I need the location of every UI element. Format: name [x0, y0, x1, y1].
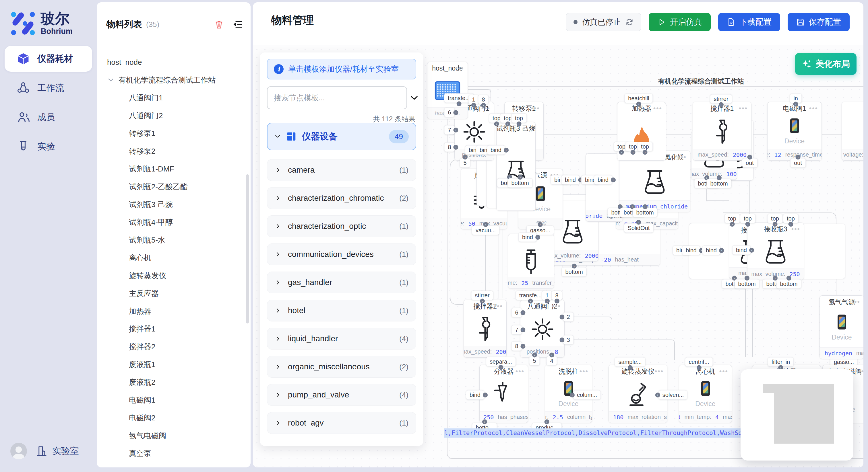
refresh-icon[interactable] [625, 18, 633, 26]
port-connector-icon[interactable]: › [559, 314, 564, 319]
node-menu-icon[interactable]: ••• [523, 122, 532, 135]
port-pill-bind[interactable]: bind› [518, 233, 537, 242]
port-pill-out[interactable]: out› [742, 158, 757, 168]
port-connector-icon[interactable]: › [517, 122, 522, 127]
canvas-node-搅拌器2[interactable]: 搅拌器2•••max_speed:2000 [464, 300, 507, 358]
chevron-down-icon[interactable] [107, 76, 115, 84]
port-connector-icon[interactable]: › [483, 222, 488, 227]
canvas-node[interactable]: nax_volume:25transfer_rate:10 [508, 234, 554, 289]
tree-item[interactable]: 试剂瓶5-水 [97, 231, 247, 249]
port-pill-heatchill[interactable]: heatchill› [624, 94, 653, 103]
node-menu-icon[interactable]: ••• [856, 365, 863, 378]
port-pill-7[interactable]: 7› [444, 125, 455, 135]
port-connector-icon[interactable]: › [481, 103, 486, 108]
port-pill-5[interactable]: 5› [529, 356, 539, 366]
node-menu-icon[interactable]: ••• [653, 102, 662, 115]
port-pill-top[interactable]: top› [740, 214, 755, 224]
port-pill-top[interactable]: top› [767, 214, 783, 224]
sidebar-item-experiment[interactable]: 实验 [5, 134, 92, 160]
port-connector-icon[interactable]: › [631, 150, 636, 155]
port-pill-sample[interactable]: sample...› [615, 357, 645, 367]
port-pill-bind[interactable]: bind› [594, 175, 612, 185]
port-pill-top[interactable]: top› [724, 214, 740, 224]
tree-item[interactable]: host_node [97, 53, 247, 71]
port-connector-icon[interactable]: › [479, 299, 485, 304]
port-pill-stirrer[interactable]: stirrer› [710, 94, 732, 104]
port-connector-icon[interactable]: › [549, 353, 554, 358]
port-pill-solven[interactable]: solven...› [659, 390, 687, 400]
port-pill-transfe[interactable]: transfe...› [516, 291, 546, 300]
node-menu-icon[interactable]: ••• [494, 300, 503, 312]
port-connector-icon[interactable]: › [518, 175, 523, 180]
port-connector-icon[interactable]: › [718, 102, 723, 107]
port-pill-top[interactable]: top› [511, 113, 527, 123]
port-pill-2[interactable]: 2› [563, 312, 574, 322]
node-menu-icon[interactable]: ••• [580, 365, 588, 378]
tree-item[interactable]: 离心机 [97, 249, 247, 267]
port-pill-7[interactable]: 7› [511, 325, 522, 335]
port-connector-icon[interactable]: › [655, 393, 660, 398]
port-pill-bind[interactable]: bind› [561, 175, 580, 185]
start-simulation-button[interactable]: 开启仿真 [649, 13, 711, 31]
port-pill-top[interactable]: top› [637, 142, 653, 151]
port-pill-8[interactable]: 8› [444, 142, 455, 152]
port-connector-icon[interactable]: › [717, 175, 722, 180]
chevron-down-icon[interactable] [409, 93, 420, 103]
port-pill-1[interactable]: 1› [468, 95, 479, 104]
tree-item[interactable]: 氢气电磁阀 [97, 427, 247, 444]
port-connector-icon[interactable]: › [454, 110, 458, 115]
port-connector-icon[interactable]: › [555, 299, 559, 304]
port-connector-icon[interactable]: › [454, 145, 458, 150]
port-connector-icon[interactable]: › [471, 103, 476, 108]
port-connector-icon[interactable]: › [528, 299, 533, 304]
category-row-communication_devices[interactable]: communication_devices(1) [267, 243, 416, 265]
node-menu-icon[interactable]: ••• [809, 102, 818, 115]
port-connector-icon[interactable]: › [793, 102, 798, 107]
port-connector-icon[interactable]: › [572, 264, 577, 269]
category-row-pump_and_valve[interactable]: pump_and_valve(4) [267, 384, 416, 406]
node-menu-icon[interactable]: ••• [455, 62, 464, 74]
port-pill-stirrer[interactable]: stirrer› [471, 291, 493, 300]
port-pill-bind[interactable]: bind› [466, 390, 484, 400]
port-connector-icon[interactable]: › [796, 155, 801, 160]
port-connector-icon[interactable]: › [457, 102, 462, 106]
port-pill-3[interactable]: 3› [563, 335, 574, 345]
port-pill-in[interactable]: in› [789, 94, 802, 103]
tree-item[interactable]: 搅拌器1 [97, 320, 247, 338]
port-pill-SolidOut[interactable]: SolidOut› [624, 224, 654, 233]
port-pill-8[interactable]: 8› [478, 95, 489, 104]
list-scrollbar[interactable] [246, 174, 249, 324]
tree-item[interactable]: 加热器 [97, 302, 247, 320]
port-connector-icon[interactable]: › [545, 299, 550, 304]
beautify-layout-button[interactable]: 美化布局 [795, 53, 857, 75]
port-connector-icon[interactable]: › [504, 148, 508, 153]
port-connector-icon[interactable]: › [745, 276, 749, 281]
tree-item[interactable]: 旋转蒸发仪 [97, 267, 247, 284]
port-connector-icon[interactable]: › [498, 365, 503, 370]
port-connector-icon[interactable]: › [535, 235, 540, 240]
port-pill-8[interactable]: 8› [511, 341, 522, 351]
canvas-node-电磁阀1[interactable]: 电磁阀1•••Devicevoltage:12response_time:0.1 [767, 102, 822, 161]
port-connector-icon[interactable]: › [696, 365, 701, 370]
port-connector-icon[interactable]: › [643, 204, 648, 209]
canvas-node-搅拌器1[interactable]: 搅拌器1•••max_speed:2000 [693, 102, 751, 161]
port-pill-bottom[interactable]: bottom› [776, 279, 801, 289]
port-connector-icon[interactable]: › [521, 328, 526, 332]
canvas-node-加热器[interactable]: 加热器••• [617, 102, 666, 161]
port-pill-bind[interactable]: bind› [702, 246, 720, 255]
port-connector-icon[interactable]: › [719, 248, 724, 253]
port-connector-icon[interactable]: › [745, 222, 750, 227]
flow-canvas[interactable]: 有机化学流程综合测试工作站 :200min_temp:-20has_heatma… [253, 45, 863, 467]
download-config-button[interactable]: 下载配置 [718, 13, 780, 31]
port-connector-icon[interactable]: › [570, 393, 575, 398]
port-connector-icon[interactable]: › [494, 122, 499, 127]
canvas-node-试剂瓶3-己烷[interactable]: 试剂瓶3-己烷••• [496, 122, 536, 211]
port-connector-icon[interactable]: › [747, 155, 752, 160]
port-pill-1[interactable]: 1› [541, 291, 552, 300]
port-connector-icon[interactable]: › [521, 310, 526, 315]
port-pill-bottom[interactable]: bottom› [706, 179, 732, 189]
node-menu-icon[interactable]: ••• [516, 365, 524, 378]
port-pill-bind[interactable]: bind› [682, 246, 701, 255]
category-row-camera[interactable]: camera(1) [267, 159, 416, 181]
port-pill-filter_in[interactable]: filter_in› [768, 357, 794, 367]
